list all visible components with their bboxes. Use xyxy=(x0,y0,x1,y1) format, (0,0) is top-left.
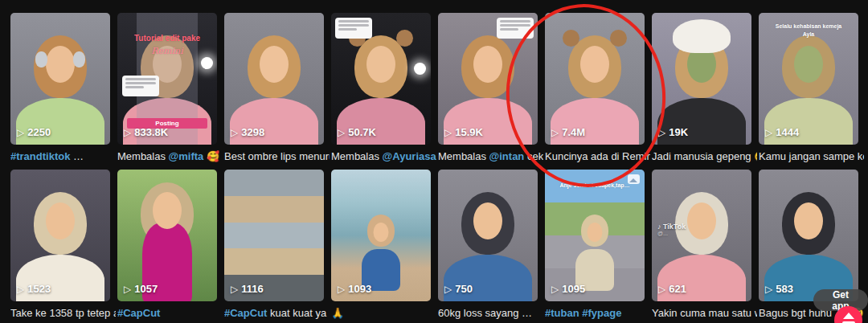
video-card[interactable]: ▷75060kg loss sayang … xyxy=(438,170,538,320)
caption-text: 60kg loss sayang … xyxy=(438,307,532,319)
video-thumbnail[interactable]: ▷1093 xyxy=(331,170,431,301)
video-thumbnail[interactable]: Anje sembet cuapek,tap…▷1095 xyxy=(545,170,645,301)
video-caption[interactable]: Jadi manusia gepeng 🤣 … xyxy=(652,150,757,163)
video-caption[interactable]: #CapCut kuat kuat ya buat… xyxy=(224,307,330,320)
video-card[interactable]: ▷15.9KMembalas @intan cek kra… xyxy=(438,13,538,163)
video-card[interactable]: Tutorial edit pakeReminiPosting▷833.8KMe… xyxy=(117,13,217,163)
video-card[interactable]: ▷7.4MKuncinya ada di Remini … xyxy=(545,13,645,163)
flash-circle xyxy=(414,63,426,75)
video-caption[interactable]: Best ombre lips menurut a… xyxy=(224,150,330,163)
play-icon: ▷ xyxy=(124,284,131,294)
face-shape xyxy=(153,192,182,229)
view-count-value: 621 xyxy=(669,283,686,295)
thumbnail-overlay-text: Selalu kehabisan kemeja xyxy=(759,23,858,29)
video-card[interactable]: ▷1057#CapCut xyxy=(117,170,217,320)
video-caption[interactable]: 60kg loss sayang … xyxy=(438,307,543,320)
thumbnail-overlay-text: Remini xyxy=(117,46,217,56)
view-count-value: 750 xyxy=(455,283,473,295)
view-count: ▷1057 xyxy=(124,283,158,295)
view-count: ▷2250 xyxy=(17,126,51,138)
video-thumbnail[interactable]: ▷1057 xyxy=(117,170,217,301)
caption-link[interactable]: @intan xyxy=(489,150,525,162)
person-figure xyxy=(224,13,324,145)
sticker-text-line xyxy=(338,20,369,22)
caption-link[interactable]: #CapCut xyxy=(224,307,267,319)
video-card[interactable]: ▷3298Best ombre lips menurut a… xyxy=(224,13,324,163)
video-caption[interactable]: #CapCut xyxy=(117,307,223,320)
view-count: ▷833.8K xyxy=(124,126,168,138)
caption-link[interactable]: @Ayuriasari8 xyxy=(383,150,436,162)
caption-text: 🥰 🥰 d… xyxy=(203,150,223,162)
video-thumbnail[interactable]: ▷3298 xyxy=(224,13,324,145)
towel-turban xyxy=(673,19,731,53)
video-caption[interactable]: Membalas @intan cek kra… xyxy=(438,150,543,163)
view-count: ▷583 xyxy=(765,283,793,295)
video-caption[interactable]: Take ke 1358 tp tetep aja … xyxy=(10,307,116,320)
view-count: ▷19K xyxy=(658,126,688,138)
caption-text: Membalas xyxy=(331,150,383,162)
video-thumbnail[interactable]: ▷1523 xyxy=(10,170,110,301)
view-count-value: 1116 xyxy=(241,283,264,295)
video-caption[interactable]: Yakin cuma mau satu warn… xyxy=(652,307,757,320)
caption-link[interactable]: @mifta xyxy=(169,150,204,162)
caption-link[interactable]: #trandtiktok xyxy=(10,150,70,162)
video-thumbnail[interactable]: ♪ TikTok@...▷621 xyxy=(652,170,751,301)
view-count-value: 50.7K xyxy=(348,126,376,138)
video-caption[interactable]: Membalas @Ayuriasari8 k… xyxy=(331,150,436,163)
video-thumbnail[interactable]: ▷750 xyxy=(438,170,538,301)
video-card[interactable]: ▷2250#trandtiktok … xyxy=(10,13,110,163)
video-caption[interactable]: Membalas @mifta 🥰 🥰 d… xyxy=(117,150,223,163)
video-caption[interactable]: #trandtiktok … xyxy=(10,150,116,163)
video-thumbnail[interactable]: Tutorial edit pakeReminiPosting▷833.8K xyxy=(117,13,217,145)
video-thumbnail[interactable]: ▷583 xyxy=(759,170,858,301)
face-shape xyxy=(580,46,609,83)
video-thumbnail[interactable]: ▷7.4M xyxy=(545,13,645,145)
video-thumbnail[interactable]: ▷1116 xyxy=(224,170,324,301)
video-caption[interactable]: Kamu jangan sampe ketin… xyxy=(759,150,864,163)
play-icon: ▷ xyxy=(551,284,559,294)
caption-text: Membalas xyxy=(438,150,489,162)
sticker-text-line xyxy=(125,78,156,80)
view-count-value: 1095 xyxy=(562,283,585,295)
view-count: ▷750 xyxy=(444,283,473,295)
caption-text: Best ombre lips menurut a… xyxy=(224,150,330,162)
video-caption[interactable]: #tuban #fypage xyxy=(545,307,650,320)
face-shape xyxy=(366,46,395,83)
video-thumbnail[interactable]: ▷15.9K xyxy=(438,13,538,145)
view-count: ▷3298 xyxy=(231,126,264,138)
video-thumbnail[interactable]: Selalu kehabisan kemejaAyla▷1444 xyxy=(759,13,858,145)
person-figure xyxy=(10,170,110,301)
video-grid-row: ▷2250#trandtiktok …Tutorial edit pakeRem… xyxy=(10,13,858,163)
video-card[interactable]: ▷1093🙏 xyxy=(331,170,431,320)
caption-link[interactable]: #tuban xyxy=(545,307,579,319)
video-card[interactable]: ▷19KJadi manusia gepeng 🤣 … xyxy=(652,13,751,163)
video-thumbnail[interactable]: ▷50.7K xyxy=(331,13,431,145)
caption-link[interactable]: #CapCut xyxy=(117,307,160,319)
caption-link[interactable]: #fypage xyxy=(582,307,621,319)
video-thumbnail[interactable]: ▷19K xyxy=(652,13,751,145)
video-card[interactable]: ♪ TikTok@...▷621Yakin cuma mau satu warn… xyxy=(652,170,751,320)
headphones-icon xyxy=(35,51,47,67)
face-shape xyxy=(794,46,823,83)
video-card[interactable]: ▷1116#CapCut kuat kuat ya buat… xyxy=(224,170,324,320)
video-card[interactable]: ▷1523Take ke 1358 tp tetep aja … xyxy=(10,170,110,320)
view-count-value: 1093 xyxy=(348,283,371,295)
video-card[interactable]: ▷50.7KMembalas @Ayuriasari8 k… xyxy=(331,13,431,163)
sticker-text-line xyxy=(500,28,518,31)
play-icon: ▷ xyxy=(658,284,665,294)
video-thumbnail[interactable]: ▷2250 xyxy=(10,13,110,145)
headphones-icon xyxy=(73,51,85,67)
face-shape xyxy=(473,46,502,83)
video-caption[interactable]: 🙏 xyxy=(331,307,436,320)
play-icon: ▷ xyxy=(231,284,238,294)
view-count-value: 2250 xyxy=(27,126,51,138)
view-count: ▷50.7K xyxy=(338,126,376,138)
person-figure xyxy=(117,170,217,301)
play-icon: ▷ xyxy=(338,128,345,137)
video-card[interactable]: Selalu kehabisan kemejaAyla▷1444Kamu jan… xyxy=(759,13,858,163)
thumbnail-overlay-text: Tutorial edit pake xyxy=(117,34,217,43)
video-card[interactable]: Anje sembet cuapek,tap…▷1095#tuban #fypa… xyxy=(545,170,645,320)
play-icon: ▷ xyxy=(444,128,452,137)
video-caption[interactable]: Kuncinya ada di Remini … xyxy=(545,150,650,163)
person-figure xyxy=(759,170,858,301)
